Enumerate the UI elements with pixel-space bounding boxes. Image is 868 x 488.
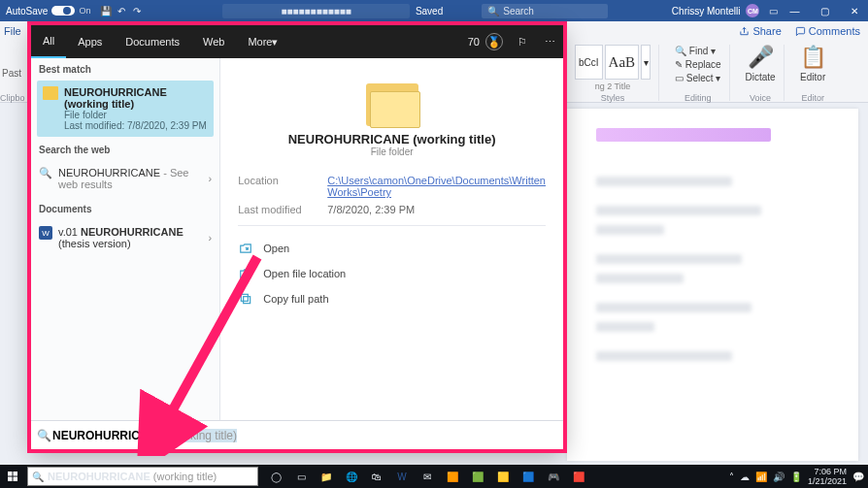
ribbon-options-icon[interactable]: ▭	[765, 6, 781, 16]
results-list: Best match NEUROHURRICANE (working title…	[31, 58, 220, 420]
rewards-points[interactable]: 70 🏅	[468, 33, 503, 50]
title-search[interactable]: 🔍 Search	[482, 4, 608, 18]
replace-button[interactable]: ✎ Replace	[675, 58, 720, 72]
preview-type: File folder	[238, 146, 546, 157]
ribbon-tab-file[interactable]: File	[4, 25, 21, 37]
app-3-icon[interactable]: 🟨	[491, 472, 515, 482]
notifications-icon[interactable]: 💬	[852, 472, 864, 482]
editor-button[interactable]: Editor	[800, 72, 826, 82]
taskbar-search-value: NEUROHURRICANE	[48, 471, 150, 482]
style-heading2[interactable]: bCcI	[575, 45, 603, 80]
taskbar-search[interactable]: 🔍 NEUROHURRICANE (working title)	[27, 467, 258, 486]
explorer-icon[interactable]: 📁	[315, 472, 338, 482]
document-page[interactable]	[567, 109, 858, 461]
start-button[interactable]	[0, 465, 25, 488]
styles-more-icon[interactable]: ▾	[641, 45, 651, 80]
word-doc-icon: W	[39, 226, 52, 240]
voice-group-label: Voice	[738, 93, 784, 103]
search-icon: 🔍	[487, 6, 499, 16]
document-result[interactable]: W v.01 NEUROHURRICANE (thesis version) ›	[31, 218, 219, 257]
best-match-type: File folder	[64, 110, 208, 120]
rewards-badge-icon: 🏅	[485, 33, 503, 50]
tab-apps[interactable]: Apps	[66, 25, 114, 58]
windows-search-panel: All Apps Documents Web More ▾ 70 🏅 ⚐ ⋯ B…	[31, 25, 563, 449]
undo-icon[interactable]: ↶	[114, 6, 129, 16]
tray-overflow-icon[interactable]: ˄	[729, 472, 734, 482]
word-icon[interactable]: W	[390, 472, 414, 482]
share-button[interactable]: Share	[739, 25, 781, 37]
app-5-icon[interactable]: 🟥	[567, 472, 590, 482]
search-filter-tabs: All Apps Documents Web More ▾ 70 🏅 ⚐ ⋯	[31, 25, 563, 58]
doc-result-bold: NEUROHURRICANE	[81, 226, 184, 238]
best-match-result[interactable]: NEUROHURRICANE (working title) File fold…	[37, 81, 214, 137]
panel-more-icon[interactable]: ⋯	[536, 36, 563, 49]
editing-group-label: Editing	[667, 93, 728, 103]
editor-group: 📋 Editor Editor	[792, 45, 834, 101]
avatar: CM	[746, 4, 759, 17]
task-view-icon[interactable]: ▭	[289, 472, 313, 482]
autosave-switch-icon[interactable]	[51, 6, 75, 16]
dictate-icon[interactable]: 🎤	[746, 45, 776, 70]
autosave-toggle[interactable]: AutoSave On	[6, 6, 90, 16]
edge-icon[interactable]: 🌐	[340, 472, 363, 482]
select-button[interactable]: ▭ Select ▾	[675, 72, 720, 85]
action-copy-path[interactable]: Copy full path	[238, 286, 546, 311]
mail-icon[interactable]: ✉	[416, 472, 439, 482]
tab-documents[interactable]: Documents	[114, 25, 191, 58]
tab-all[interactable]: All	[31, 25, 66, 58]
tab-more[interactable]: More ▾	[236, 25, 289, 58]
user-account[interactable]: Chrissy Montelli CM	[672, 4, 760, 17]
last-modified-label: Last modified	[238, 204, 327, 215]
action-open[interactable]: Open	[238, 236, 546, 261]
panel-search-value: NEUROHURRICANE	[52, 429, 164, 442]
discord-icon[interactable]: 🎮	[542, 472, 565, 482]
close-button[interactable]: ✕	[841, 6, 868, 16]
editor-group-label: Editor	[792, 93, 834, 103]
location-value[interactable]: C:\Users\camon\OneDrive\Documents\Writte…	[327, 175, 546, 198]
app-1-icon[interactable]: 🟧	[441, 472, 464, 482]
taskbar-search-completion: (working title)	[150, 471, 217, 482]
word-titlebar: AutoSave On 💾 ↶ ↷ ■■■■■■■■■■■■ Saved 🔍 S…	[0, 0, 868, 21]
title-search-placeholder: Search	[503, 6, 534, 16]
open-icon	[238, 241, 253, 256]
search-icon: 🔍	[37, 429, 52, 442]
tab-web[interactable]: Web	[191, 25, 236, 58]
autosave-state: On	[79, 6, 90, 16]
feedback-icon[interactable]: ⚐	[509, 36, 536, 49]
find-button[interactable]: 🔍 Find ▾	[675, 45, 720, 58]
clock[interactable]: 7:06 PM 1/21/2021	[808, 467, 847, 486]
style-title[interactable]: AaB	[605, 45, 640, 80]
web-result-query: NEUROHURRICANE	[58, 167, 160, 179]
paste-button-hint[interactable]: Past	[2, 68, 21, 79]
volume-icon[interactable]: 🔊	[773, 472, 785, 482]
location-label: Location	[238, 175, 327, 198]
editor-icon[interactable]: 📋	[800, 45, 826, 70]
folder-icon	[43, 86, 58, 100]
autosave-label: AutoSave	[6, 6, 48, 16]
action-open-location[interactable]: Open file location	[238, 261, 546, 286]
best-match-title: NEUROHURRICANE (working title)	[64, 86, 208, 110]
panel-search-echo[interactable]: 🔍 NEUROHURRICANE (working title)	[31, 420, 563, 449]
dictate-button[interactable]: Dictate	[746, 72, 776, 82]
window-controls: — ▢ ✕	[781, 6, 868, 16]
maximize-button[interactable]: ▢	[811, 6, 838, 16]
app-4-icon[interactable]: 🟦	[517, 472, 540, 482]
onedrive-icon[interactable]: ☁	[740, 472, 750, 482]
battery-icon[interactable]: 🔋	[790, 472, 802, 482]
wifi-icon[interactable]: 📶	[755, 472, 767, 482]
search-icon: 🔍	[39, 167, 52, 180]
voice-group: 🎤 Dictate Voice	[738, 45, 785, 101]
store-icon[interactable]: 🛍	[365, 472, 388, 482]
panel-search-completion: (working title)	[164, 429, 237, 442]
cortana-icon[interactable]: ◯	[264, 472, 287, 482]
chevron-right-icon: ›	[209, 232, 213, 244]
svg-rect-4	[14, 472, 18, 476]
redo-icon[interactable]: ↷	[129, 6, 145, 16]
save-icon[interactable]: 💾	[98, 6, 114, 16]
web-result[interactable]: 🔍 NEUROHURRICANE - See web results ›	[31, 159, 219, 198]
last-modified-value: 7/8/2020, 2:39 PM	[327, 204, 546, 215]
comments-button[interactable]: Comments	[795, 25, 860, 37]
editing-group: 🔍 Find ▾ ✎ Replace ▭ Select ▾ Editing	[667, 45, 729, 101]
minimize-button[interactable]: —	[781, 6, 808, 16]
app-2-icon[interactable]: 🟩	[466, 472, 489, 482]
